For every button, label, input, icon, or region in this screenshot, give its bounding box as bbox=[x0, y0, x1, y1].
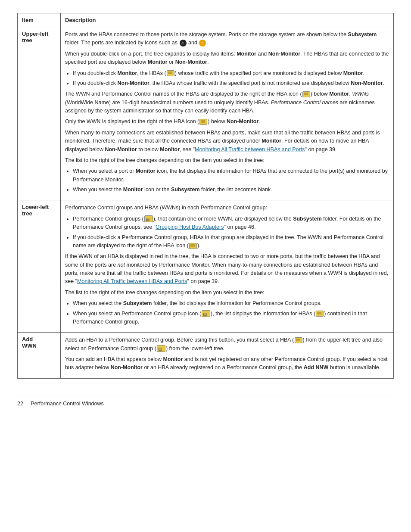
table-row-add-wwn: AddWWN Adds an HBA to a Performance Cont… bbox=[18, 333, 394, 379]
item-cell-upper-left: Upper-lefttree bbox=[18, 27, 61, 200]
desc-para-10: Adds an HBA to a Performance Control gro… bbox=[65, 336, 389, 353]
chapter-title: Performance Control Windows bbox=[31, 401, 104, 407]
page-number: 22 bbox=[17, 401, 23, 407]
table-row-lower-left: Lower-lefttree Performance Control group… bbox=[18, 200, 394, 333]
desc-list-2: When you select a port or Monitor icon, … bbox=[73, 167, 389, 194]
col-header-item: Item bbox=[18, 13, 61, 27]
footer-line: 22 Performance Control Windows bbox=[17, 396, 394, 407]
group-icon bbox=[202, 310, 210, 317]
port-yellow-icon bbox=[199, 40, 206, 47]
desc-cell-upper-left: Ports and the HBAs connected to those po… bbox=[61, 27, 394, 200]
group-icon bbox=[157, 345, 165, 352]
list-item: When you select the Subsystem folder, th… bbox=[73, 299, 389, 308]
item-cell-lower-left: Lower-lefttree bbox=[18, 200, 61, 333]
link-monitoring-1[interactable]: Monitoring All Traffic between HBAs and … bbox=[195, 146, 305, 152]
item-label-lower-left: Lower-lefttree bbox=[22, 204, 49, 217]
desc-list-4: When you select the Subsystem folder, th… bbox=[73, 299, 389, 326]
list-item: When you select the Monitor icon or the … bbox=[73, 186, 389, 194]
footer: 22 Performance Control Windows bbox=[17, 396, 394, 407]
item-label-add-wwn: AddWWN bbox=[22, 336, 37, 349]
list-item: If you double-click Non-Monitor, the HBA… bbox=[73, 79, 389, 87]
list-item: When you select a port or Monitor icon, … bbox=[73, 167, 389, 184]
desc-para-8: If the WWN of an HBA is displayed in red… bbox=[65, 252, 389, 286]
desc-list-1: If you double-click Monitor, the HBAs ()… bbox=[73, 69, 389, 88]
desc-cell-add-wwn: Adds an HBA to a Performance Control gro… bbox=[61, 333, 394, 379]
desc-para-1: Ports and the HBAs connected to those po… bbox=[65, 31, 389, 47]
desc-para-2: When you double-click on a port, the tre… bbox=[65, 50, 389, 67]
hba-icon bbox=[302, 91, 310, 97]
group-icon bbox=[144, 215, 153, 222]
desc-cell-lower-left: Performance Control groups and HBAs (WWN… bbox=[61, 200, 394, 333]
desc-para-4: Only the WWN is displayed to the right o… bbox=[65, 118, 389, 126]
list-item: If you double-click Monitor, the HBAs ()… bbox=[73, 69, 389, 78]
item-label-upper-left: Upper-lefttree bbox=[22, 31, 48, 44]
list-item: Performance Control groups (), that cont… bbox=[73, 215, 389, 232]
hba-icon bbox=[199, 119, 207, 125]
desc-para-6: The list to the right of the tree change… bbox=[65, 156, 389, 165]
hba-icon bbox=[295, 337, 302, 343]
main-table: Item Description Upper-lefttree Ports an… bbox=[17, 13, 394, 379]
desc-para-3: The WWN and Performance Control names of… bbox=[65, 90, 389, 115]
link-monitoring-2[interactable]: Monitoring All Traffic between HBAs and … bbox=[77, 278, 187, 284]
port-black-icon bbox=[180, 40, 187, 47]
item-cell-add-wwn: AddWWN bbox=[18, 333, 61, 379]
desc-para-11: You can add an HBA that appears below Mo… bbox=[65, 355, 389, 372]
hba-icon bbox=[316, 311, 324, 317]
list-item: When you select an Performance Control g… bbox=[73, 310, 389, 327]
desc-para-7: Performance Control groups and HBAs (WWN… bbox=[65, 204, 389, 212]
desc-list-3: Performance Control groups (), that cont… bbox=[73, 215, 389, 250]
hba-icon bbox=[167, 70, 174, 76]
desc-para-9: The list to the right of the tree change… bbox=[65, 289, 389, 297]
desc-para-5: When many-to-many connections are establ… bbox=[65, 129, 389, 154]
hba-icon bbox=[189, 243, 197, 249]
col-header-description: Description bbox=[61, 13, 394, 27]
list-item: If you double-click a Performance Contro… bbox=[73, 233, 389, 250]
link-grouping[interactable]: Grouping Host Bus Adapters bbox=[156, 224, 224, 230]
table-row-upper-left: Upper-lefttree Ports and the HBAs connec… bbox=[18, 27, 394, 200]
